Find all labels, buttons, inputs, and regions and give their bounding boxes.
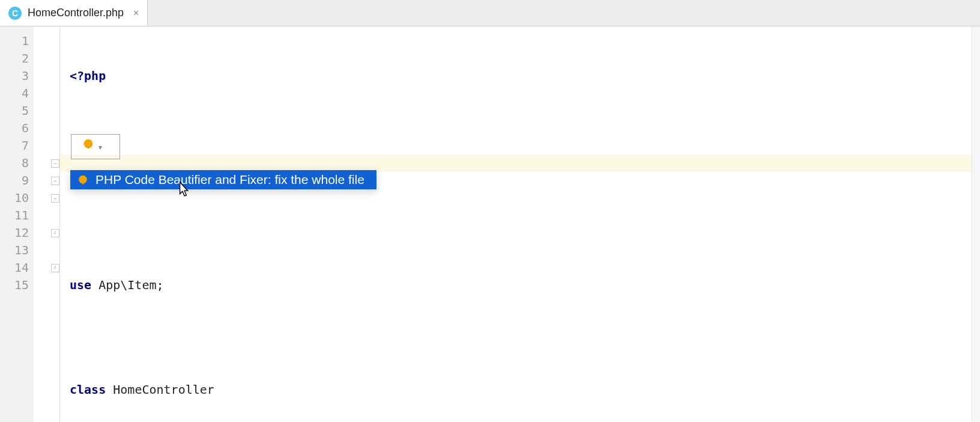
- code-area[interactable]: <?php namespace App\Http\Controllers; us…: [60, 26, 980, 422]
- line-number: 5: [0, 102, 29, 120]
- code-token: HomeController: [106, 382, 214, 397]
- close-tab-icon[interactable]: ×: [133, 8, 139, 19]
- line-number: 14: [0, 259, 29, 277]
- svg-rect-3: [82, 183, 84, 184]
- fold-end-icon[interactable]: ┘: [51, 229, 59, 237]
- line-number: 7: [0, 137, 29, 154]
- lightbulb-icon: [77, 174, 88, 185]
- code-token: use: [70, 278, 91, 292]
- line-number: 15: [0, 277, 29, 294]
- chevron-down-icon[interactable]: ▾: [98, 143, 102, 151]
- fold-toggle-icon[interactable]: −: [51, 177, 59, 185]
- mouse-cursor-icon: [177, 182, 190, 201]
- line-number: 2: [0, 50, 29, 67]
- fold-end-icon[interactable]: ┘: [51, 264, 59, 272]
- file-type-badge: C: [8, 7, 22, 20]
- error-stripe[interactable]: [972, 26, 980, 422]
- code-token: App\Item;: [91, 278, 163, 292]
- intention-bulb-icon[interactable]: [83, 138, 94, 151]
- code-token: <?php: [70, 69, 106, 83]
- line-number-gutter: 1 2 3 4 5 6 7 8 9 10 11 12 13 14 15: [0, 26, 34, 422]
- line-number: 10: [0, 189, 29, 207]
- line-number: 8: [0, 154, 29, 172]
- intention-action-popup[interactable]: PHP Code Beautifier and Fixer: fix the w…: [70, 170, 377, 189]
- intention-action-label: PHP Code Beautifier and Fixer: fix the w…: [95, 173, 364, 187]
- code-token: class: [70, 382, 106, 397]
- file-tab[interactable]: C HomeController.php ×: [0, 0, 148, 26]
- tab-bar: C HomeController.php ×: [0, 0, 980, 26]
- svg-point-2: [79, 176, 87, 184]
- line-number: 11: [0, 207, 29, 224]
- line-number: 9: [0, 172, 29, 189]
- selection-box: [71, 134, 120, 159]
- line-number: 1: [0, 32, 29, 50]
- editor: 1 2 3 4 5 6 7 8 9 10 11 12 13 14 15 − − …: [0, 26, 980, 422]
- line-number: 6: [0, 120, 29, 137]
- fold-gutter: − − − ┘ ┘: [34, 26, 60, 422]
- svg-point-0: [84, 139, 93, 148]
- line-number: 12: [0, 224, 29, 242]
- line-number: 4: [0, 85, 29, 102]
- file-tab-label: HomeController.php: [28, 7, 124, 19]
- line-number: 13: [0, 242, 29, 259]
- fold-toggle-icon[interactable]: −: [51, 159, 59, 168]
- fold-toggle-icon[interactable]: −: [51, 194, 59, 203]
- svg-rect-1: [87, 147, 89, 148]
- line-number: 3: [0, 67, 29, 85]
